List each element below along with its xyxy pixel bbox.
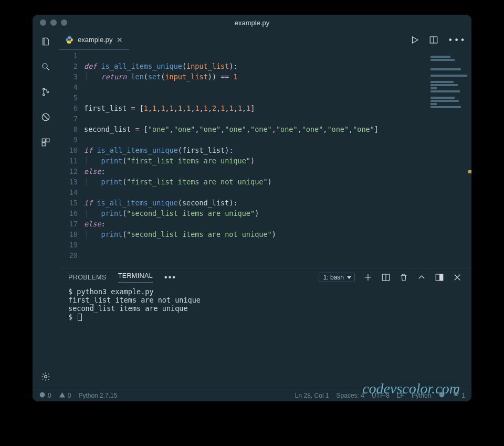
- status-python-version[interactable]: Python 2.7.15: [78, 392, 117, 399]
- explorer-icon[interactable]: [41, 37, 50, 46]
- run-icon[interactable]: [410, 35, 419, 45]
- close-panel-icon[interactable]: [453, 273, 462, 282]
- close-window-icon[interactable]: [40, 19, 46, 26]
- bottom-panel: PROBLEMS TERMINAL ••• 1: bash $ python3: [59, 268, 471, 389]
- window-controls: [33, 19, 67, 26]
- split-editor-icon[interactable]: [429, 35, 438, 45]
- terminal-selector[interactable]: 1: bash: [319, 273, 355, 282]
- editor-actions: •••: [410, 30, 466, 49]
- new-terminal-icon[interactable]: [363, 273, 373, 282]
- zoom-window-icon[interactable]: [61, 19, 67, 26]
- panel-tab-terminal[interactable]: TERMINAL: [118, 272, 153, 283]
- svg-point-10: [70, 42, 71, 43]
- minimap[interactable]: [430, 53, 468, 116]
- status-cursor-position[interactable]: Ln 28, Col 1: [295, 392, 329, 399]
- status-warnings[interactable]: 0: [59, 391, 71, 400]
- svg-point-1: [43, 88, 45, 90]
- terminal-output[interactable]: $ python3 example.py first_list items ar…: [59, 286, 471, 389]
- panel-more-icon[interactable]: •••: [164, 273, 176, 282]
- close-tab-icon[interactable]: ✕: [117, 36, 123, 44]
- tab-label: example.py: [78, 36, 112, 44]
- editor-tabs: example.py ✕ •••: [59, 30, 471, 49]
- minimize-window-icon[interactable]: [50, 19, 57, 26]
- svg-point-8: [45, 376, 47, 378]
- activity-bar: [33, 30, 59, 389]
- source-control-icon[interactable]: [41, 87, 50, 97]
- maximize-panel-icon[interactable]: [435, 273, 444, 282]
- overview-ruler-mark: [468, 170, 471, 173]
- svg-rect-7: [42, 143, 45, 146]
- svg-point-3: [47, 91, 48, 92]
- svg-point-9: [68, 37, 68, 37]
- window-title: example.py: [33, 19, 471, 27]
- svg-point-2: [43, 94, 45, 96]
- svg-rect-6: [46, 139, 49, 142]
- panel-tab-problems[interactable]: PROBLEMS: [68, 274, 107, 281]
- more-actions-icon[interactable]: •••: [448, 35, 466, 45]
- svg-point-0: [43, 64, 47, 68]
- vscode-window: example.py: [33, 15, 471, 401]
- svg-rect-5: [42, 139, 45, 142]
- debug-icon[interactable]: [41, 112, 50, 122]
- search-icon[interactable]: [41, 62, 50, 71]
- extensions-icon[interactable]: [41, 138, 50, 147]
- watermark-text: codevscolor.com: [362, 380, 460, 397]
- code-content[interactable]: def is_all_items_unique(input_list): │ r…: [84, 50, 379, 261]
- line-number-gutter: 1234567891011121314151617181920: [59, 50, 84, 261]
- split-terminal-icon[interactable]: [381, 273, 391, 282]
- tab-example-py[interactable]: example.py ✕: [59, 30, 129, 49]
- svg-point-15: [40, 392, 45, 397]
- panel-tabs: PROBLEMS TERMINAL ••• 1: bash: [59, 268, 471, 286]
- status-errors[interactable]: 0: [39, 391, 51, 400]
- kill-terminal-icon[interactable]: [399, 273, 408, 282]
- settings-icon[interactable]: [41, 372, 50, 381]
- status-indentation[interactable]: Spaces: 4: [337, 392, 364, 399]
- title-bar[interactable]: example.py: [33, 15, 471, 30]
- svg-rect-14: [439, 274, 443, 281]
- code-editor[interactable]: 1234567891011121314151617181920 def is_a…: [59, 49, 471, 268]
- collapse-panel-icon[interactable]: [417, 273, 426, 282]
- python-file-icon: [65, 36, 74, 44]
